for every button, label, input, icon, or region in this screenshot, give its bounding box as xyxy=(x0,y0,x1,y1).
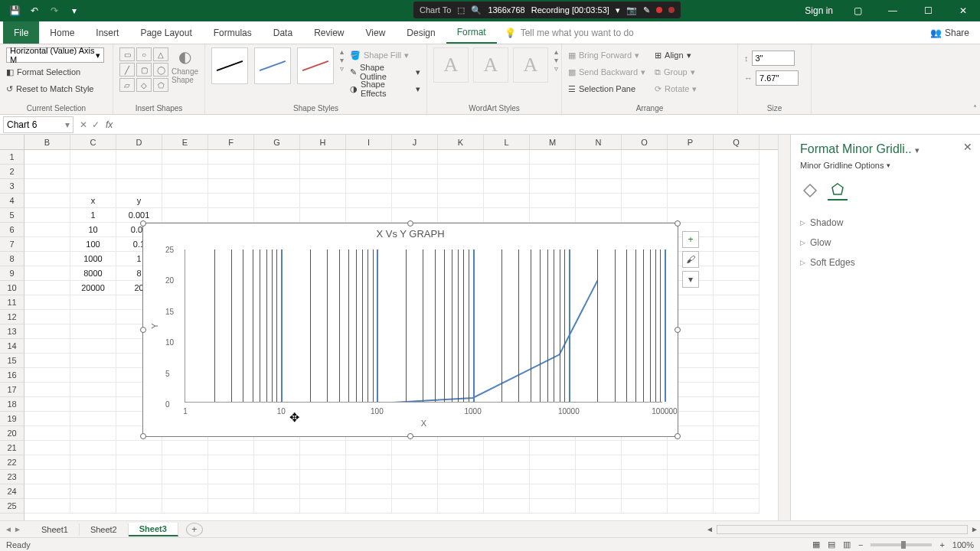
cell[interactable] xyxy=(70,484,116,499)
cell[interactable] xyxy=(70,339,116,354)
chart-filter-button[interactable]: ▾ xyxy=(682,271,699,288)
cell[interactable] xyxy=(70,310,116,324)
cell[interactable] xyxy=(346,499,392,514)
row-header[interactable]: 6 xyxy=(0,223,24,237)
cell[interactable] xyxy=(438,441,484,455)
cell[interactable] xyxy=(208,165,254,179)
minor-gridline[interactable] xyxy=(327,249,328,402)
tab-file[interactable]: File xyxy=(3,21,39,44)
view-break-icon[interactable]: ▥ xyxy=(843,540,851,549)
sheet-tab-3[interactable]: Sheet3 xyxy=(129,523,178,536)
tab-data[interactable]: Data xyxy=(263,21,303,44)
sheet-nav-next-icon[interactable]: ► xyxy=(14,525,21,533)
row-header[interactable]: 21 xyxy=(0,441,24,455)
cell[interactable] xyxy=(254,150,300,165)
column-header[interactable]: O xyxy=(622,135,668,149)
worksheet-grid[interactable]: BCDEFGHIJKLMNOPQ 12345678910111213141516… xyxy=(0,135,790,523)
cell[interactable] xyxy=(714,281,760,295)
cell[interactable] xyxy=(484,165,530,179)
cell[interactable] xyxy=(254,484,300,499)
cell[interactable] xyxy=(576,484,622,499)
cell[interactable] xyxy=(714,354,760,368)
row-header[interactable]: 22 xyxy=(0,455,24,470)
cell[interactable] xyxy=(576,194,622,208)
minor-gridline[interactable] xyxy=(660,249,661,402)
share-button[interactable]: 👥 Share xyxy=(920,21,980,44)
minor-gridline[interactable] xyxy=(554,249,554,402)
cell[interactable] xyxy=(116,499,162,514)
column-header[interactable]: F xyxy=(208,135,254,149)
cell[interactable] xyxy=(24,179,70,194)
cell[interactable] xyxy=(714,324,760,339)
cell[interactable] xyxy=(484,441,530,455)
cell[interactable] xyxy=(70,324,116,339)
cell[interactable] xyxy=(530,208,576,223)
cell[interactable] xyxy=(668,455,714,470)
cell[interactable]: 1000 xyxy=(70,252,116,266)
cell[interactable] xyxy=(438,179,484,194)
cell[interactable] xyxy=(24,165,70,179)
cell[interactable] xyxy=(668,470,714,484)
row-header[interactable]: 4 xyxy=(0,194,24,208)
cell[interactable] xyxy=(714,412,760,426)
minor-gridline[interactable] xyxy=(362,249,363,402)
cell[interactable] xyxy=(300,179,346,194)
cell[interactable] xyxy=(576,441,622,455)
view-normal-icon[interactable]: ▦ xyxy=(812,540,820,549)
cell[interactable] xyxy=(24,354,70,368)
minor-gridline[interactable] xyxy=(547,249,548,402)
cell[interactable] xyxy=(346,484,392,499)
shape-outline-button[interactable]: ✎Shape Outline ▾ xyxy=(350,64,420,80)
cell[interactable] xyxy=(346,165,392,179)
major-gridline[interactable] xyxy=(473,249,475,402)
cell[interactable] xyxy=(24,266,70,281)
cell[interactable] xyxy=(622,208,668,223)
cell[interactable] xyxy=(392,455,438,470)
zoom-icon[interactable]: 🔍 xyxy=(471,5,482,15)
section-glow[interactable]: ▷Glow xyxy=(800,233,971,253)
align-button[interactable]: ⊞Align ▾ xyxy=(655,47,697,63)
cell[interactable] xyxy=(24,223,70,237)
cell[interactable] xyxy=(254,499,300,514)
cell[interactable] xyxy=(208,150,254,165)
taskpane-subtitle[interactable]: Minor Gridline Options▾ xyxy=(800,161,971,170)
cell[interactable] xyxy=(438,484,484,499)
minor-gridline[interactable] xyxy=(276,249,277,402)
cell[interactable] xyxy=(70,368,116,383)
sheet-tab-1[interactable]: Sheet1 xyxy=(31,523,80,536)
cell[interactable] xyxy=(162,470,208,484)
width-field[interactable] xyxy=(756,70,799,86)
cell[interactable] xyxy=(622,499,668,514)
qat-customize-icon[interactable]: ▾ xyxy=(66,2,83,19)
major-gridline[interactable] xyxy=(665,249,666,402)
cell[interactable] xyxy=(162,484,208,499)
row-header[interactable]: 20 xyxy=(0,426,24,441)
cell[interactable] xyxy=(484,484,530,499)
cell[interactable] xyxy=(530,150,576,165)
section-soft-edges[interactable]: ▷Soft Edges xyxy=(800,253,971,272)
minor-gridline[interactable] xyxy=(444,249,445,402)
cell[interactable] xyxy=(162,165,208,179)
cell[interactable]: 20000 xyxy=(70,281,116,295)
major-gridline[interactable] xyxy=(377,249,378,402)
cell[interactable] xyxy=(530,179,576,194)
cell[interactable] xyxy=(116,470,162,484)
cell[interactable] xyxy=(24,484,70,499)
cell[interactable] xyxy=(346,179,392,194)
cell[interactable] xyxy=(392,470,438,484)
tab-insert[interactable]: Insert xyxy=(85,21,129,44)
cell[interactable] xyxy=(714,194,760,208)
minor-gridline[interactable] xyxy=(643,249,644,402)
cell[interactable] xyxy=(392,150,438,165)
cell[interactable] xyxy=(484,208,530,223)
column-header[interactable]: D xyxy=(116,135,162,149)
zoom-out-icon[interactable]: − xyxy=(858,540,863,549)
close-icon[interactable]: ✕ xyxy=(946,0,980,21)
cell[interactable] xyxy=(254,208,300,223)
chart-elements-button[interactable]: + xyxy=(682,231,699,248)
chart-title[interactable]: X Vs Y GRAPH xyxy=(143,228,678,240)
cell[interactable] xyxy=(484,179,530,194)
cell[interactable] xyxy=(70,295,116,310)
row-header[interactable]: 2 xyxy=(0,165,24,179)
cell[interactable] xyxy=(392,499,438,514)
